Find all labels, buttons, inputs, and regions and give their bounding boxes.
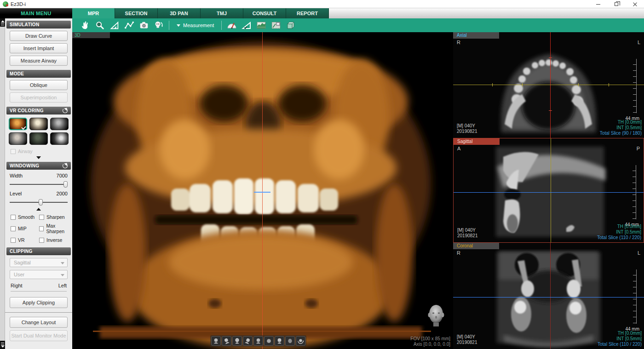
- sagittal-panel-tab[interactable]: Sagittal: [454, 138, 500, 145]
- smooth-checkbox[interactable]: [11, 215, 16, 220]
- tab-report[interactable]: REPORT: [286, 8, 329, 18]
- 3d-crosshair-vertical[interactable]: [262, 32, 263, 349]
- head-bottom-icon: [287, 338, 293, 344]
- oblique-button[interactable]: Oblique: [10, 80, 68, 90]
- vr-checkbox-row[interactable]: VR: [11, 237, 39, 243]
- level-slider-thumb[interactable]: [39, 199, 43, 206]
- coronal-crosshair-vertical[interactable]: [550, 243, 551, 349]
- refresh-icon[interactable]: [63, 163, 68, 168]
- head-orientation-button[interactable]: [296, 336, 305, 346]
- width-slider-track[interactable]: [10, 184, 68, 185]
- tab-consult[interactable]: CONSULT: [243, 8, 286, 18]
- angle-measure-button[interactable]: [107, 19, 122, 32]
- inverse-checkbox-row[interactable]: Inverse: [39, 237, 72, 243]
- vr-checkbox[interactable]: [11, 238, 16, 243]
- max-sharpen-label: Max Sharpen: [46, 223, 72, 234]
- head-orientation-button[interactable]: [243, 336, 253, 346]
- close-button[interactable]: [626, 0, 644, 8]
- axial-panel[interactable]: Axial R L 44 mm [M] 040Y 20190821 TH [0.…: [453, 32, 644, 138]
- pan-hand-button[interactable]: [78, 19, 92, 32]
- head-orientation-button[interactable]: [211, 336, 221, 346]
- coronal-crosshair-horizontal[interactable]: [453, 297, 644, 298]
- ez3d-application: Ez3D-i MAIN MENU MPR SECTION 3D PAN TMJ …: [0, 0, 644, 349]
- smooth-checkbox-row[interactable]: Smooth: [11, 214, 39, 220]
- windowing-title: WINDOWING: [10, 163, 39, 168]
- sharpen-checkbox[interactable]: [39, 215, 44, 220]
- study-date: 20190821: [457, 129, 477, 134]
- minimize-button[interactable]: [589, 0, 607, 8]
- width-slider[interactable]: [10, 181, 68, 188]
- apply-clipping-button[interactable]: Apply Clipping: [10, 297, 68, 308]
- protractor-button[interactable]: [224, 19, 239, 32]
- axial-crosshair-vertical[interactable]: [550, 32, 551, 138]
- measurement-dropdown[interactable]: Measurement: [172, 23, 218, 28]
- refresh-icon[interactable]: [63, 108, 68, 113]
- axial-panel-tab[interactable]: Axial: [453, 32, 499, 39]
- vr-preset-custom[interactable]: [50, 132, 69, 145]
- insert-implant-button[interactable]: Insert Implant: [10, 43, 68, 53]
- max-sharpen-checkbox[interactable]: [39, 226, 44, 231]
- volume-cube-button[interactable]: [283, 19, 298, 32]
- mip-checkbox-row[interactable]: MIP: [11, 223, 39, 234]
- tab-tmj[interactable]: TMJ: [201, 8, 243, 18]
- head-orientation-toolbar: [210, 335, 306, 347]
- coronal-orient-left: R: [457, 250, 460, 256]
- sagittal-crosshair-horizontal[interactable]: [454, 192, 644, 193]
- vr-preset-bone[interactable]: [29, 118, 48, 130]
- head-orientation-button[interactable]: [253, 336, 263, 346]
- level-slider[interactable]: [10, 199, 68, 206]
- axial-ruler: [633, 59, 637, 113]
- vr-preset-soft-tissue[interactable]: [9, 132, 27, 145]
- histogram-view-button[interactable]: [254, 19, 269, 32]
- draw-curve-sidebar-button[interactable]: Draw Curve: [10, 31, 68, 41]
- sidebar-scrollbar[interactable]: [0, 18, 5, 349]
- vr-preset-amber[interactable]: [9, 118, 27, 130]
- 3d-axial-plane-indicator[interactable]: [254, 192, 270, 193]
- region-capture-button[interactable]: [269, 19, 283, 32]
- sharpen-checkbox-row[interactable]: Sharpen: [39, 214, 72, 220]
- tab-mpr[interactable]: MPR: [72, 8, 115, 18]
- axis-value: Axis [0.0, 0.0, 0.0]: [410, 342, 450, 347]
- width-slider-thumb[interactable]: [63, 181, 68, 188]
- mip-checkbox[interactable]: [11, 226, 16, 231]
- vr-expand-arrow[interactable]: [36, 156, 41, 159]
- set-square-button[interactable]: [239, 19, 254, 32]
- scroll-up-button[interactable]: [0, 18, 5, 27]
- vr-preset-xray[interactable]: [50, 118, 69, 130]
- capture-button[interactable]: [137, 19, 151, 32]
- scroll-down-button[interactable]: [0, 341, 5, 349]
- level-label: Level: [10, 191, 22, 196]
- head-rotate-icon: [297, 338, 304, 344]
- sagittal-crosshair-vertical[interactable]: [551, 138, 551, 242]
- inverse-checkbox[interactable]: [39, 238, 44, 243]
- head-orientation-button[interactable]: [275, 336, 284, 346]
- tab-section[interactable]: SECTION: [115, 8, 158, 18]
- tab-3d-pan[interactable]: 3D PAN: [158, 8, 201, 18]
- coronal-panel-tab[interactable]: Coronal: [453, 243, 499, 249]
- head-orientation-button[interactable]: [222, 336, 231, 346]
- orientation-head-indicator[interactable]: [426, 303, 447, 329]
- width-label: Width: [10, 173, 23, 178]
- sagittal-panel[interactable]: Sagittal A P 44 mm [M] 040Y 20190821 TH …: [453, 138, 644, 243]
- axial-crosshair-horizontal[interactable]: [453, 85, 644, 85]
- head-orientation-button[interactable]: [232, 336, 242, 346]
- 3d-viewport[interactable]: 3D: [72, 32, 452, 349]
- crosshair-tick: [578, 83, 579, 86]
- measure-airway-button[interactable]: Measure Airway: [10, 56, 68, 66]
- head-orientation-button[interactable]: [264, 336, 274, 346]
- coronal-panel[interactable]: Coronal R L 44 mm [M] 040Y 20190821 TH […: [453, 243, 644, 349]
- clip-range-slider[interactable]: [11, 291, 67, 292]
- main-menu-button[interactable]: MAIN MENU: [0, 8, 72, 18]
- camera-icon: [139, 20, 149, 30]
- change-layout-button[interactable]: Change Layout: [10, 317, 68, 328]
- toolbar: Measurement: [72, 18, 644, 32]
- zoom-button[interactable]: [92, 19, 107, 32]
- draw-curve-button[interactable]: [122, 19, 137, 32]
- vr-preset-mip[interactable]: [29, 132, 48, 145]
- head-orientation-button[interactable]: [285, 336, 295, 346]
- reset-view-button[interactable]: [151, 19, 166, 32]
- protractor-icon: [226, 20, 237, 31]
- max-sharpen-checkbox-row[interactable]: Max Sharpen: [39, 223, 72, 234]
- restore-button[interactable]: [607, 0, 626, 8]
- sagittal-ruler: [632, 165, 636, 219]
